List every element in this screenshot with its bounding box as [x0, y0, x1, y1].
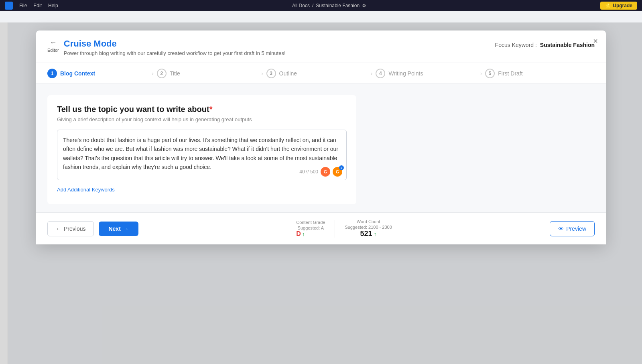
back-arrow-icon: ← — [49, 39, 57, 47]
step-3-label: Outline — [279, 70, 297, 77]
top-bar: File Edit Help All Docs / Sustainable Fa… — [0, 0, 642, 11]
close-button[interactable]: × — [593, 37, 598, 45]
word-count-label: Word Count — [345, 219, 392, 224]
word-count-suggested: Suggested: 2100 - 2300 — [345, 225, 392, 230]
content-grade-suggested: Suggested: A — [296, 226, 325, 230]
previous-button[interactable]: ← Previous — [47, 221, 94, 236]
step-outline: 3 Outline › — [266, 69, 376, 78]
breadcrumb-separator: / — [312, 3, 313, 8]
footer-center-stats: Content Grade Suggested: A D ↑ Word Coun… — [286, 219, 402, 238]
menu-file[interactable]: File — [19, 3, 27, 8]
next-arrow-icon: → — [123, 226, 129, 232]
steps-bar: 1 Blog Context › 2 Title › 3 Outline › 4… — [36, 63, 606, 84]
content-grade-label: Content Grade — [296, 220, 325, 225]
breadcrumb: All Docs / Sustainable Fashion ⚙ — [292, 3, 366, 8]
step-writing-points: 4 Writing Points › — [376, 69, 485, 78]
modal-header: ← Editor Cruise Mode Power through blog … — [36, 31, 606, 63]
textarea-wrapper: 407/ 500 G G 2 — [57, 130, 347, 180]
word-count-arrow-icon: ↑ — [374, 231, 377, 237]
top-bar-menu: File Edit Help — [19, 3, 58, 8]
content-heading: Tell us the topic you want to write abou… — [57, 105, 347, 114]
back-label: Editor — [47, 48, 59, 53]
top-bar-left: File Edit Help — [5, 2, 58, 10]
modal-header-right: Focus Keyword : Sustainable Fashion — [495, 39, 595, 48]
modal-footer: ← Previous Next → Content Grade Suggeste… — [36, 212, 606, 244]
modal-title: Cruise Mode — [64, 39, 286, 49]
breadcrumb-all-docs[interactable]: All Docs — [292, 3, 310, 8]
prev-arrow-icon: ← — [56, 226, 61, 232]
modal-title-block: Cruise Mode Power through blog writing w… — [64, 39, 286, 56]
content-grade-value: D ↑ — [296, 230, 325, 238]
step-blog-context[interactable]: 1 Blog Context › — [47, 69, 157, 78]
menu-edit[interactable]: Edit — [33, 3, 42, 8]
content-subtitle: Giving a brief description of your blog … — [57, 116, 347, 122]
required-star: * — [209, 105, 213, 114]
word-count-stat: Word Count Suggested: 2100 - 2300 521 ↑ — [335, 219, 401, 238]
back-button[interactable]: ← Editor — [47, 39, 59, 53]
step-5-number: 5 — [485, 69, 495, 78]
menu-help[interactable]: Help — [48, 3, 58, 8]
step-5-label: First Draft — [498, 70, 522, 77]
step-3-chevron: › — [371, 70, 376, 77]
step-1-number: 1 — [47, 69, 57, 78]
footer-right: 👁 Preview — [550, 221, 595, 236]
modal-subtitle: Power through blog writing with our care… — [64, 50, 286, 56]
step-2-chevron: › — [261, 70, 266, 77]
app-logo — [5, 2, 13, 10]
upgrade-label: Upgrade — [613, 3, 632, 8]
breadcrumb-icon: ⚙ — [362, 3, 366, 8]
textarea-footer: 407/ 500 G G 2 — [299, 167, 342, 177]
modal-header-left: ← Editor Cruise Mode Power through blog … — [47, 39, 286, 56]
upgrade-button[interactable]: ⭐ Upgrade — [600, 2, 637, 10]
cruise-mode-modal: ← Editor Cruise Mode Power through blog … — [36, 31, 606, 244]
modal-body: Tell us the topic you want to write abou… — [36, 84, 606, 212]
step-1-chevron: › — [152, 70, 157, 77]
grammarly-icon: G — [321, 167, 330, 177]
step-4-number: 4 — [376, 69, 385, 78]
breadcrumb-current: Sustainable Fashion — [316, 3, 360, 8]
step-4-chevron: › — [480, 70, 486, 77]
content-grade-stat: Content Grade Suggested: A D ↑ — [286, 220, 335, 238]
focus-keyword-value: Sustainable Fashion — [540, 42, 595, 48]
main-background: ← Editor Cruise Mode Power through blog … — [0, 11, 642, 364]
step-3-number: 3 — [266, 69, 276, 78]
grade-arrow-icon: ↑ — [302, 231, 305, 237]
step-first-draft: 5 First Draft — [485, 69, 595, 78]
g2-badge: 2 — [339, 165, 344, 170]
preview-button[interactable]: 👁 Preview — [550, 221, 595, 236]
prev-label: Previous — [64, 226, 85, 232]
focus-keyword-label: Focus Keyword : — [495, 42, 537, 48]
footer-left: ← Previous Next → — [47, 221, 138, 236]
step-title: 2 Title › — [157, 69, 266, 78]
g2-icon: G 2 — [333, 167, 342, 177]
preview-eye-icon: 👁 — [558, 226, 564, 232]
step-1-label: Blog Context — [60, 70, 95, 77]
top-bar-right: ⭐ Upgrade — [600, 2, 637, 10]
upgrade-icon: ⭐ — [605, 3, 611, 8]
step-2-label: Title — [170, 70, 180, 77]
step-2-number: 2 — [157, 69, 167, 78]
char-count: 407/ 500 — [299, 169, 318, 175]
next-button[interactable]: Next → — [99, 222, 138, 236]
preview-label: Preview — [566, 226, 586, 232]
add-keywords-link[interactable]: Add Additional Keywords — [57, 187, 115, 193]
modal-overlay: ← Editor Cruise Mode Power through blog … — [0, 22, 642, 364]
content-section: Tell us the topic you want to write abou… — [47, 95, 356, 204]
word-count-value: 521 ↑ — [345, 230, 392, 238]
next-label: Next — [108, 226, 120, 232]
step-4-label: Writing Points — [388, 70, 423, 77]
